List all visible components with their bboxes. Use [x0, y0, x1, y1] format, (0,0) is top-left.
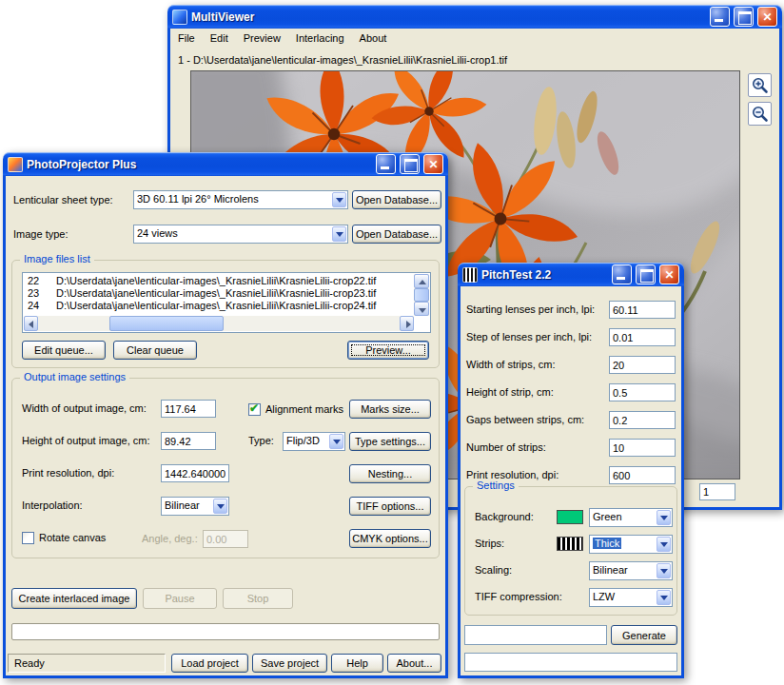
pitchtest-window: PitchTest 2.2 Starting lenses per inch, … — [458, 263, 684, 678]
scroll-right-icon[interactable] — [400, 316, 414, 331]
multiviewer-titlebar[interactable]: MultiViewer — [167, 5, 782, 29]
minimize-button[interactable] — [710, 7, 730, 27]
marks-type-label: Type: — [248, 435, 274, 446]
chevron-down-icon[interactable] — [657, 537, 671, 552]
chevron-down-icon[interactable] — [213, 499, 227, 514]
menu-edit[interactable]: Edit — [203, 29, 236, 47]
gaps-field[interactable] — [609, 411, 676, 429]
print-resolution-field[interactable] — [161, 464, 229, 482]
cmyk-options-button[interactable]: CMYK options... — [349, 529, 431, 548]
strip-count-field[interactable] — [609, 439, 676, 457]
marks-size-button[interactable]: Marks size... — [349, 400, 431, 419]
gaps-label: Gaps between strips, cm: — [466, 414, 584, 425]
stop-button: Stop — [223, 588, 293, 609]
about-button[interactable]: About... — [387, 654, 441, 673]
strip-width-field[interactable] — [609, 356, 676, 374]
chevron-down-icon[interactable] — [332, 226, 346, 242]
sheet-type-combobox[interactable]: 3D 60.11 lpi 26° Microlens — [133, 190, 348, 209]
save-project-button[interactable]: Save project — [252, 654, 327, 673]
open-database-sheet-button[interactable]: Open Database... — [352, 190, 441, 209]
load-project-button[interactable]: Load project — [171, 654, 248, 673]
scroll-down-icon[interactable] — [414, 302, 429, 316]
minimize-button[interactable] — [612, 264, 632, 284]
scaling-combobox[interactable]: Bilinear — [589, 561, 673, 580]
background-combobox[interactable]: Green — [589, 508, 673, 527]
pitchtest-settings-group: Settings Background: Green Strips: Thick… — [464, 486, 677, 616]
close-button[interactable] — [423, 154, 443, 174]
interpolation-label: Interpolation: — [22, 499, 83, 511]
maximize-button[interactable] — [636, 264, 656, 284]
strip-width-label: Width of strips, cm: — [466, 359, 556, 370]
create-interlaced-image-button[interactable]: Create interlaced image — [11, 588, 137, 609]
menu-file[interactable]: File — [170, 29, 203, 47]
strips-combobox[interactable]: Thick — [589, 535, 673, 554]
frame-number-field[interactable] — [699, 483, 735, 500]
list-horizontal-scrollbar[interactable] — [24, 316, 414, 331]
starting-lpi-label: Starting lenses per inch, lpi: — [466, 303, 595, 315]
chevron-down-icon[interactable] — [329, 434, 343, 449]
strip-count-label: Number of strips: — [466, 441, 546, 453]
image-type-label: Image type: — [13, 228, 68, 240]
help-button[interactable]: Help — [331, 654, 383, 673]
tiff-options-button[interactable]: TIFF options... — [349, 497, 431, 516]
background-label: Background: — [475, 511, 534, 522]
scaling-label: Scaling: — [475, 564, 512, 576]
chevron-down-icon[interactable] — [657, 590, 671, 605]
pause-button: Pause — [143, 588, 217, 609]
alignment-marks-checkbox[interactable]: Alignment marks — [248, 402, 343, 416]
progress-bar — [11, 623, 440, 640]
interpolation-combobox[interactable]: Bilinear — [161, 497, 229, 516]
maximize-button[interactable] — [400, 154, 420, 174]
preview-button[interactable]: Preview... — [347, 341, 429, 360]
zoom-out-button[interactable] — [748, 102, 772, 126]
pitchtest-titlebar[interactable]: PitchTest 2.2 — [458, 263, 684, 286]
vertical-scroll-thumb[interactable] — [414, 288, 429, 302]
chevron-down-icon[interactable] — [657, 563, 671, 578]
menu-about[interactable]: About — [352, 29, 395, 47]
image-type-combobox[interactable]: 24 views — [133, 225, 348, 244]
pitchtest-title: PitchTest 2.2 — [481, 268, 608, 282]
tiff-compression-combobox[interactable]: LZW — [589, 588, 673, 607]
nesting-button[interactable]: Nesting... — [349, 464, 431, 483]
strip-height-field[interactable] — [609, 383, 676, 401]
zoom-in-button[interactable] — [748, 73, 772, 97]
menu-interlacing[interactable]: Interlacing — [288, 29, 352, 47]
file-row[interactable]: 23 D:\Userdata\jane\lenticular-images\_K… — [24, 287, 413, 300]
horizontal-scroll-thumb[interactable] — [109, 316, 224, 331]
multiviewer-menubar: File Edit Preview Interlacing About — [170, 29, 779, 48]
marks-type-combobox[interactable]: Flip/3D — [283, 432, 345, 451]
photoprojector-titlebar[interactable]: PhotoProjector Plus — [3, 152, 448, 176]
background-color-swatch — [557, 510, 583, 524]
scroll-up-icon[interactable] — [414, 274, 429, 288]
output-width-field[interactable] — [161, 400, 216, 418]
starting-lpi-field[interactable] — [609, 301, 676, 319]
output-height-label: Height of output image, cm: — [22, 435, 150, 446]
close-button[interactable] — [757, 7, 777, 27]
image-files-list[interactable]: 22 D:\Userdata\jane\lenticular-images\_K… — [22, 272, 431, 333]
file-row[interactable]: 22 D:\Userdata\jane\lenticular-images\_K… — [24, 275, 413, 287]
maximize-button[interactable] — [734, 7, 754, 27]
step-lpi-field[interactable] — [609, 328, 676, 346]
menu-preview[interactable]: Preview — [236, 29, 288, 47]
list-vertical-scrollbar[interactable] — [414, 274, 429, 316]
output-height-field[interactable] — [161, 432, 216, 450]
pitchtest-app-icon — [462, 267, 478, 283]
scroll-left-icon[interactable] — [24, 316, 38, 331]
rotate-canvas-checkbox[interactable]: Rotate canvas — [22, 531, 106, 544]
multiviewer-title: MultiViewer — [191, 10, 706, 24]
file-row[interactable]: 24 D:\Userdata\jane\lenticular-images\_K… — [24, 300, 413, 312]
type-settings-button[interactable]: Type settings... — [349, 432, 431, 451]
open-database-imagetype-button[interactable]: Open Database... — [352, 225, 441, 244]
chevron-down-icon[interactable] — [332, 192, 346, 207]
strips-label: Strips: — [475, 538, 504, 549]
generate-button[interactable]: Generate — [611, 625, 677, 645]
pitchtest-output-field[interactable] — [464, 625, 607, 645]
pt-print-resolution-field[interactable] — [609, 466, 676, 484]
chevron-down-icon[interactable] — [657, 510, 671, 525]
step-lpi-label: Step of lenses per inch, lpi: — [466, 331, 592, 342]
minimize-button[interactable] — [376, 154, 396, 174]
clear-queue-button[interactable]: Clear queue — [113, 341, 197, 360]
tiff-compression-label: TIFF compression: — [475, 591, 562, 602]
edit-queue-button[interactable]: Edit queue... — [22, 341, 106, 360]
close-button[interactable] — [659, 264, 679, 284]
